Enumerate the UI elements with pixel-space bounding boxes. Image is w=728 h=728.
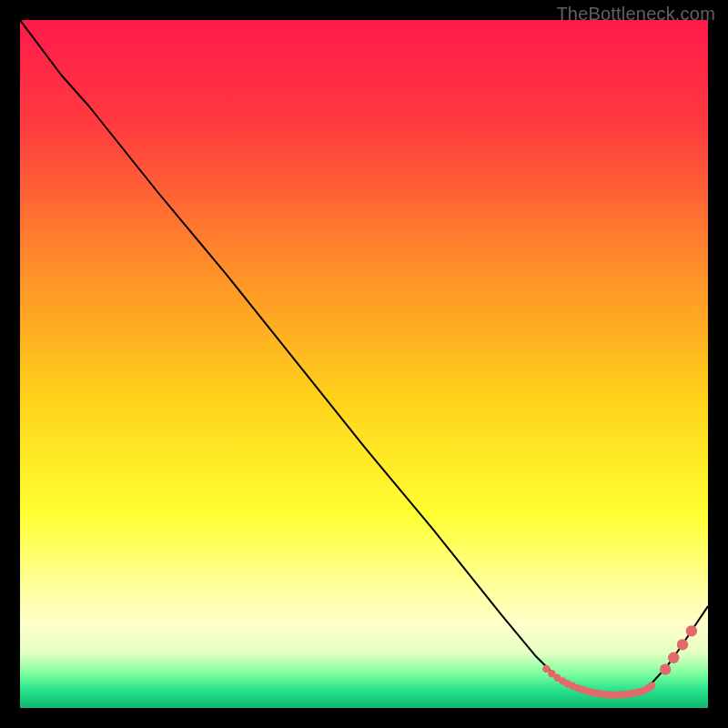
marker-point — [668, 652, 679, 663]
chart-stage: TheBottleneck.com — [0, 0, 728, 728]
watermark-label: TheBottleneck.com — [556, 4, 715, 25]
plot-svg — [20, 20, 708, 708]
plot-area — [20, 20, 708, 708]
marker-point — [677, 639, 688, 650]
marker-point — [686, 625, 697, 636]
marker-point — [660, 663, 671, 674]
gradient-background — [20, 20, 708, 708]
marker-point — [648, 682, 655, 689]
